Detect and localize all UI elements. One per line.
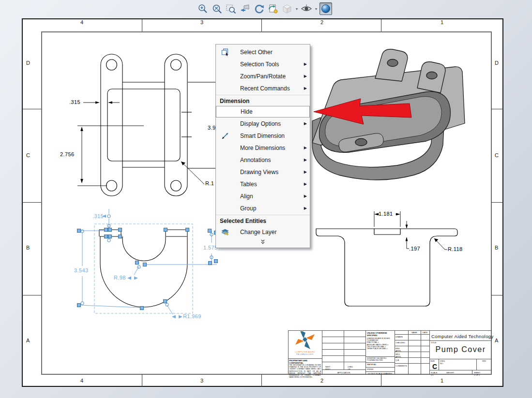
dimension-label[interactable]: 1.181 [379,211,393,217]
menu-item-align[interactable]: Align ▶ [216,190,310,202]
rotate-view-icon[interactable] [253,2,265,15]
change-layer-icon [220,228,230,236]
zone-tick [142,19,142,31]
submenu-arrow-icon: ▶ [302,170,307,174]
zone-row-label: A [26,338,30,343]
zone-tick [491,295,503,295]
zone-col-label: 2 [320,19,323,25]
company-name: Computer Aided Technology [431,334,494,339]
menu-item-hide[interactable]: Hide [216,106,310,118]
dimension-label[interactable]: 2.756 [60,151,75,157]
dimension-label[interactable]: .197 [409,246,420,251]
menu-item-label: Zoom/Pan/Rotate [240,73,302,80]
dimension-label[interactable]: R.1 [205,180,214,186]
material-label: MATERIAL [367,363,377,366]
display-style-dropdown-icon[interactable]: ▾ [295,7,299,11]
zone-col-label: 4 [80,19,83,25]
view-orientation-icon[interactable] [267,2,279,15]
approval-row-label: Q.A. [395,359,399,361]
logo-text-line2: TECHNOLOGY [296,353,314,355]
menu-item-change-layer[interactable]: Change Layer [216,226,310,238]
menu-item-display-options[interactable]: Display Options ▶ [216,118,310,130]
menu-item-label: Drawing Views [240,169,302,176]
application-label: APPLICATION [322,371,365,374]
dimension-label-selected[interactable]: .315 [92,213,104,219]
menu-item-label: Group [240,205,302,212]
menu-item-label: Select Other [240,49,302,56]
zone-tick [261,374,262,387]
expand-chevrons-icon [260,239,265,246]
name-column-header: NAME [408,331,421,334]
menu-item-label: Change Layer [240,229,302,236]
magnifier-pan-icon[interactable] [197,2,209,15]
proprietary-note: PROPRIETARY AND CONFIDENTIAL THE INFORMA… [289,359,321,378]
zone-col-label: 2 [320,378,323,383]
menu-expand-button[interactable] [216,238,310,247]
menu-item-recent-commands[interactable]: Recent Commands ▶ [216,82,310,94]
dimension-label-selected[interactable]: R1.969 [183,313,201,319]
dimension-label[interactable]: R.118 [448,246,463,252]
zone-tick [381,19,381,31]
menu-item-label: Smart Dimension [240,133,302,139]
select-other-icon [220,48,230,57]
menu-item-drawing-views[interactable]: Drawing Views ▶ [216,166,310,178]
approval-row-label: COMMENTS: [395,365,407,367]
dimension-label[interactable]: .315 [69,99,80,105]
size-value: C [432,363,437,370]
company-logo: COMPUTER AIDED TECHNOLOGY [289,331,321,358]
title-label: TITLE: [431,341,437,344]
zone-row-label: D [495,60,499,66]
zone-row-label: C [495,152,499,158]
dimension-label-selected[interactable]: R.98 [114,275,126,280]
hide-show-dropdown-icon[interactable]: ▾ [314,7,318,11]
drawing-title: Pump Cover [429,345,492,354]
submenu-arrow-icon: ▶ [302,146,307,150]
smart-dimension-icon [220,132,230,140]
menu-item-more-dimensions[interactable]: More Dimensions ▶ [216,142,310,154]
menu-item-label: Display Options [240,120,302,127]
menu-separator [216,215,310,215]
submenu-arrow-icon: ▶ [302,62,307,66]
menu-separator [216,95,310,95]
menu-item-select-other[interactable]: Select Other [216,46,310,58]
menu-item-selection-tools[interactable]: Selection Tools ▶ [216,58,310,70]
view-toolbar: ▾ ▾ [197,1,332,16]
submenu-arrow-icon: ▶ [302,121,307,126]
dimension-label-selected[interactable]: 3.543 [74,267,89,273]
shaded-view-button[interactable] [319,2,332,15]
zone-tick [381,374,381,387]
zoom-to-area-icon[interactable] [225,2,237,15]
dimension-label[interactable]: 3.9 [208,125,216,131]
zone-row-label: B [26,245,30,251]
zone-tick [22,202,41,203]
dwg-no-label: DWG. NO. [440,360,445,365]
menu-item-smart-dimension[interactable]: Smart Dimension [216,130,310,142]
size-label: SIZE [430,360,435,362]
menu-item-annotations[interactable]: Annotations ▶ [216,154,310,166]
menu-item-label: Annotations [240,157,302,163]
zone-row-label: C [26,152,30,158]
zone-col-label: 1 [441,19,443,25]
submenu-arrow-icon: ▶ [302,206,307,210]
date-column-header: DATE [421,331,429,334]
previous-view-icon[interactable] [239,2,251,15]
menu-header-selected-entities: Selected Entities [216,216,310,226]
zone-col-label: 3 [200,378,203,383]
do-not-scale-note: DO NOT SCALE DRAWING [365,372,395,375]
zone-row-label: D [26,60,30,66]
zone-tick [22,295,41,295]
menu-item-group[interactable]: Group ▶ [216,202,310,214]
zoom-to-fit-icon[interactable] [211,2,223,15]
display-style-icon[interactable] [281,2,293,15]
context-menu: Select Other Selection Tools ▶ Zoom/Pan/… [215,44,310,248]
menu-item-tables[interactable]: Tables ▶ [216,178,310,190]
menu-item-zoom-pan-rotate[interactable]: Zoom/Pan/Rotate ▶ [216,70,310,82]
menu-header-dimension: Dimension [216,96,310,106]
submenu-arrow-icon: ▶ [302,74,307,78]
submenu-arrow-icon: ▶ [302,158,307,162]
zone-col-label: 1 [441,378,443,383]
zone-tick [261,19,262,31]
hide-show-items-icon[interactable] [300,2,313,15]
menu-item-label: Selection Tools [240,61,302,68]
zone-tick [491,202,503,203]
